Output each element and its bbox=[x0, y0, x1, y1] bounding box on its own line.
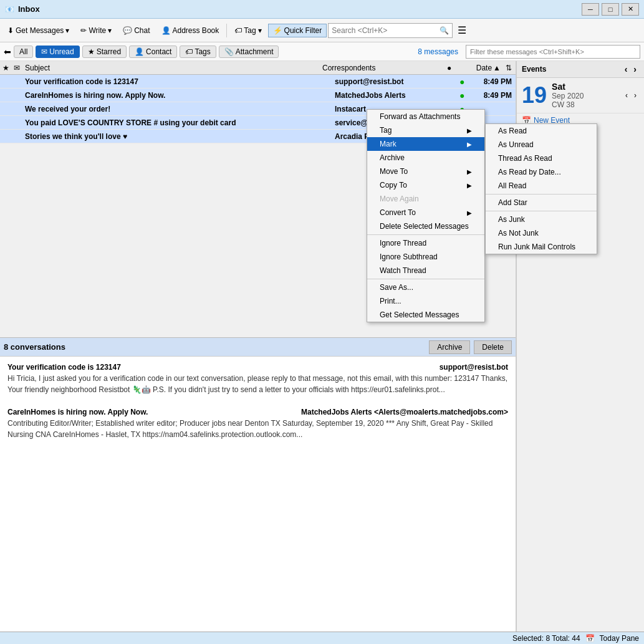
col-date-header[interactable]: Date ▲ bbox=[453, 64, 503, 72]
filter-starred-button[interactable]: ★ Starred bbox=[82, 46, 127, 58]
table-row[interactable]: Your verification code is 123147 support… bbox=[0, 75, 516, 89]
get-messages-icon: ⬇ bbox=[7, 26, 14, 35]
calendar-nav: ‹ › bbox=[623, 90, 639, 101]
status-bar: Selected: 8 Total: 44 📅 Today Pane bbox=[0, 632, 644, 644]
menu-item-mark[interactable]: Mark ▶ bbox=[367, 137, 484, 151]
col-read-header: ✉ bbox=[11, 64, 22, 72]
search-input[interactable] bbox=[332, 26, 440, 35]
main-context-menu: Forward as Attachments Tag ▶ Mark ▶ Arch… bbox=[367, 109, 485, 322]
as-not-junk-label: As Not Junk bbox=[498, 229, 539, 238]
as-unread-label: As Unread bbox=[498, 140, 534, 149]
title-bar-controls: ─ □ ✕ bbox=[582, 3, 639, 16]
menu-item-convert-to[interactable]: Convert To ▶ bbox=[367, 206, 484, 219]
back-icon[interactable]: ⬅ bbox=[4, 47, 11, 57]
forward-attachments-label: Forward as Attachments bbox=[380, 112, 460, 121]
delete-selected-label: Delete Selected Messages bbox=[380, 222, 469, 231]
menu-item-as-unread[interactable]: As Unread bbox=[486, 138, 597, 151]
col-correspondent-header[interactable]: Correspondents bbox=[320, 64, 445, 72]
menu-item-move-to[interactable]: Move To ▶ bbox=[367, 165, 484, 178]
address-book-button[interactable]: 👤 Address Book bbox=[156, 24, 224, 37]
filter-attachment-button[interactable]: 📎 Attachment bbox=[219, 46, 279, 58]
status-cell: ● bbox=[457, 77, 466, 87]
tag-button[interactable]: 🏷 Tag ▾ bbox=[229, 24, 266, 37]
conversations-count: 8 conversations bbox=[4, 342, 65, 352]
menu-item-as-read-by-date[interactable]: As Read by Date... bbox=[486, 165, 597, 179]
menu-item-run-junk-controls[interactable]: Run Junk Mail Controls bbox=[486, 240, 597, 254]
date-cell: 8:49 PM bbox=[466, 77, 516, 86]
events-next-button[interactable]: › bbox=[631, 64, 639, 75]
menu-item-watch-thread[interactable]: Watch Thread bbox=[367, 264, 484, 277]
minimize-button[interactable]: ─ bbox=[582, 3, 599, 16]
delete-button[interactable]: Delete bbox=[474, 340, 512, 354]
preview-content: Your verification code is 123147 support… bbox=[0, 356, 516, 632]
cal-next-button[interactable]: › bbox=[632, 90, 639, 101]
menu-item-save-as[interactable]: Save As... bbox=[367, 281, 484, 294]
menu-item-as-not-junk[interactable]: As Not Junk bbox=[486, 226, 597, 240]
copy-to-label: Copy To bbox=[380, 181, 407, 190]
write-button[interactable]: ✏ Write ▾ bbox=[75, 24, 117, 37]
menu-item-delete-selected[interactable]: Delete Selected Messages bbox=[367, 219, 484, 233]
preview-subject-1: Your verification code is 123147 bbox=[7, 363, 121, 372]
menu-item-add-star[interactable]: Add Star bbox=[486, 196, 597, 209]
filter-unread-button[interactable]: ✉ Unread bbox=[36, 46, 79, 58]
menu-item-print[interactable]: Print... bbox=[367, 294, 484, 308]
filter-contact-button[interactable]: 👤 Contact bbox=[129, 46, 177, 58]
filter-contact-label: Contact bbox=[146, 47, 171, 56]
save-as-label: Save As... bbox=[380, 283, 413, 292]
column-header: ★ ✉ Subject Correspondents ● Date ▲ ⇅ bbox=[0, 61, 516, 75]
table-row[interactable]: CareInHomes is hiring now. Apply Now. Ma… bbox=[0, 89, 516, 102]
quick-filter-label: Quick Filter bbox=[284, 26, 322, 35]
chat-label: Chat bbox=[134, 26, 150, 35]
menu-item-ignore-subthread[interactable]: Ignore Subthread bbox=[367, 250, 484, 264]
menu-item-archive[interactable]: Archive bbox=[367, 151, 484, 165]
restore-button[interactable]: □ bbox=[602, 3, 619, 16]
preview-body-2: Contributing Editor/Writer; Established … bbox=[7, 418, 508, 440]
preview-email-1: Your verification code is 123147 support… bbox=[7, 363, 508, 395]
preview-subject-2: CareInHomes is hiring now. Apply Now. bbox=[7, 408, 148, 416]
tag-label: Tag bbox=[244, 26, 256, 35]
filter-all-button[interactable]: All bbox=[14, 46, 33, 58]
calendar-day-number: 19 bbox=[522, 84, 547, 107]
get-selected-label: Get Selected Messages bbox=[380, 310, 459, 319]
chat-button[interactable]: 💬 Chat bbox=[118, 24, 155, 37]
address-book-label: Address Book bbox=[173, 26, 219, 35]
get-messages-button[interactable]: ⬇ Get Messages ▾ bbox=[2, 24, 74, 37]
attachment-icon: 📎 bbox=[224, 47, 234, 56]
menu-item-all-read[interactable]: All Read bbox=[486, 179, 597, 193]
calendar-date: 19 Sat Sep 2020 CW 38 ‹ › bbox=[517, 78, 644, 113]
filter-tags-button[interactable]: 🏷 Tags bbox=[180, 46, 216, 58]
menu-item-forward-attachments[interactable]: Forward as Attachments bbox=[367, 110, 484, 123]
subject-cell: CareInHomes is hiring now. Apply Now. bbox=[22, 91, 332, 100]
run-junk-controls-label: Run Junk Mail Controls bbox=[498, 243, 575, 251]
move-to-arrow: ▶ bbox=[467, 168, 472, 175]
menu-item-as-read[interactable]: As Read bbox=[486, 124, 597, 138]
menu-item-get-selected[interactable]: Get Selected Messages bbox=[367, 308, 484, 322]
filter-all-label: All bbox=[19, 47, 27, 56]
events-prev-button[interactable]: ‹ bbox=[622, 64, 630, 75]
filter-search-input[interactable] bbox=[466, 45, 640, 59]
menu-item-as-junk[interactable]: As Junk bbox=[486, 213, 597, 226]
quick-filter-button[interactable]: ⚡ Quick Filter bbox=[268, 24, 327, 37]
menu-item-tag[interactable]: Tag ▶ bbox=[367, 123, 484, 137]
archive-button[interactable]: Archive bbox=[429, 340, 470, 354]
col-subject-header[interactable]: Subject bbox=[22, 64, 320, 72]
calendar-day-info: Sat Sep 2020 CW 38 bbox=[552, 82, 584, 109]
write-dropdown-icon: ▾ bbox=[108, 26, 112, 35]
menu-icon[interactable]: ☰ bbox=[454, 22, 470, 38]
cal-prev-button[interactable]: ‹ bbox=[623, 90, 630, 101]
message-count: 8 messages bbox=[418, 47, 458, 56]
convert-to-arrow: ▶ bbox=[467, 209, 472, 216]
col-status-header: ● bbox=[445, 64, 453, 72]
menu-separator-1 bbox=[367, 234, 484, 235]
menu-item-thread-as-read[interactable]: Thread As Read bbox=[486, 151, 597, 165]
write-icon: ✏ bbox=[80, 26, 87, 35]
menu-item-ignore-thread[interactable]: Ignore Thread bbox=[367, 236, 484, 250]
today-pane-icon: 📅 bbox=[585, 634, 595, 643]
menu-item-copy-to[interactable]: Copy To ▶ bbox=[367, 178, 484, 192]
unread-icon: ✉ bbox=[41, 47, 47, 56]
watch-thread-label: Watch Thread bbox=[380, 266, 426, 275]
preview-action-bar: 8 conversations Archive Delete bbox=[0, 337, 516, 356]
close-button[interactable]: ✕ bbox=[622, 3, 639, 16]
preview-from-2: CareInHomes is hiring now. Apply Now. Ma… bbox=[7, 408, 508, 416]
menu-item-move-again: Move Again bbox=[367, 192, 484, 206]
